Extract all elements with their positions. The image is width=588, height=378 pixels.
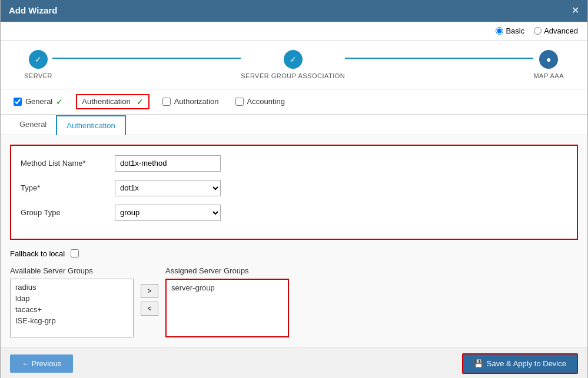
remove-arrow-button[interactable]: <: [141, 302, 158, 316]
available-server-list: radius ldap tacacs+ ISE-kcg-grp: [10, 279, 134, 337]
sub-tab-general[interactable]: General: [10, 115, 56, 135]
method-list-label: Method List Name*: [21, 159, 115, 168]
dialog-footer: ← Previous 💾 Save & Apply to Device: [1, 347, 587, 379]
tab-authorization: Authorization: [159, 95, 222, 108]
tab-general-label: General: [25, 97, 52, 106]
close-button[interactable]: ✕: [572, 5, 579, 16]
tab-authentication-label: Authentication: [82, 97, 130, 106]
step-map-aaa-circle: ●: [539, 50, 558, 69]
available-groups-col: Available Server Groups radius ldap taca…: [10, 266, 134, 337]
tab-authentication: Authentication ✓: [76, 94, 149, 109]
step-line-1: [52, 58, 241, 59]
list-item: ISE-kcg-grp: [13, 315, 131, 326]
previous-button[interactable]: ← Previous: [10, 354, 73, 373]
save-apply-button[interactable]: 💾 Save & Apply to Device: [462, 353, 578, 374]
save-icon: 💾: [474, 359, 483, 368]
advanced-radio-label[interactable]: Advanced: [534, 26, 578, 35]
advanced-label: Advanced: [544, 26, 578, 35]
tab-authorization-label: Authorization: [174, 97, 219, 106]
tabs-row: General ✓ Authentication ✓ Authorization…: [1, 89, 587, 115]
arrows-col: > <: [134, 266, 165, 316]
step-server: ✓ SERVER: [24, 50, 52, 79]
type-select[interactable]: dot1x dot1x-default: [115, 180, 221, 196]
sub-tab-authentication[interactable]: Authentication: [56, 115, 125, 135]
tab-accounting-checkbox[interactable]: [235, 98, 244, 106]
list-item: ldap: [13, 293, 131, 304]
dialog-header: Add Wizard ✕: [1, 0, 587, 22]
tab-accounting-label: Accounting: [247, 97, 285, 106]
list-item: server-group: [169, 282, 285, 293]
tab-accounting: Accounting: [232, 95, 288, 108]
group-type-select[interactable]: group local: [115, 205, 221, 221]
method-list-row: Method List Name*: [21, 155, 567, 172]
mode-bar: Basic Advanced: [1, 22, 587, 41]
auth-form-section: Method List Name* Type* dot1x dot1x-defa…: [10, 145, 578, 240]
list-item: radius: [13, 282, 131, 293]
group-type-row: Group Type group local: [21, 205, 567, 221]
server-groups-section: Available Server Groups radius ldap taca…: [10, 266, 578, 337]
save-label: Save & Apply to Device: [487, 359, 566, 368]
type-row: Type* dot1x dot1x-default: [21, 180, 567, 196]
group-type-label: Group Type: [21, 208, 115, 217]
type-label: Type*: [21, 183, 115, 192]
general-check-icon: ✓: [56, 97, 63, 106]
available-groups-label: Available Server Groups: [10, 266, 134, 275]
basic-radio-label[interactable]: Basic: [496, 26, 524, 35]
add-wizard-dialog: Add Wizard ✕ Basic Advanced ✓ SERVER ✓ S…: [0, 0, 588, 378]
basic-radio[interactable]: [496, 27, 503, 35]
tab-authorization-checkbox[interactable]: [162, 98, 171, 106]
list-item: tacacs+: [13, 304, 131, 315]
content-area: Method List Name* Type* dot1x dot1x-defa…: [1, 135, 587, 347]
advanced-radio[interactable]: [534, 27, 542, 35]
assigned-groups-col: Assigned Server Groups server-group: [165, 266, 289, 337]
step-server-group-label: SERVER GROUP ASSOCIATION: [241, 72, 345, 79]
assigned-groups-label: Assigned Server Groups: [165, 266, 289, 275]
tab-general-checkbox[interactable]: [14, 98, 22, 106]
auth-check-icon: ✓: [137, 97, 144, 106]
dialog-title: Add Wizard: [9, 5, 57, 15]
wizard-steps: ✓ SERVER ✓ SERVER GROUP ASSOCIATION ● MA…: [1, 41, 587, 89]
add-arrow-button[interactable]: >: [141, 284, 158, 298]
assigned-server-list: server-group: [165, 279, 289, 337]
step-server-group: ✓ SERVER GROUP ASSOCIATION: [241, 50, 345, 79]
basic-label: Basic: [506, 26, 524, 35]
fallback-checkbox[interactable]: [71, 249, 79, 257]
step-server-circle: ✓: [29, 50, 48, 69]
step-map-aaa: ● MAP AAA: [533, 50, 564, 79]
fallback-row: Fallback to local: [10, 249, 578, 258]
fallback-label: Fallback to local: [10, 249, 65, 258]
tab-general: General ✓: [10, 95, 67, 109]
step-line-2: [345, 58, 533, 59]
step-server-group-circle: ✓: [284, 50, 303, 69]
sub-tabs: General Authentication: [1, 115, 587, 135]
method-list-input[interactable]: [115, 155, 221, 172]
step-server-label: SERVER: [24, 72, 52, 79]
step-map-aaa-label: MAP AAA: [533, 72, 564, 79]
